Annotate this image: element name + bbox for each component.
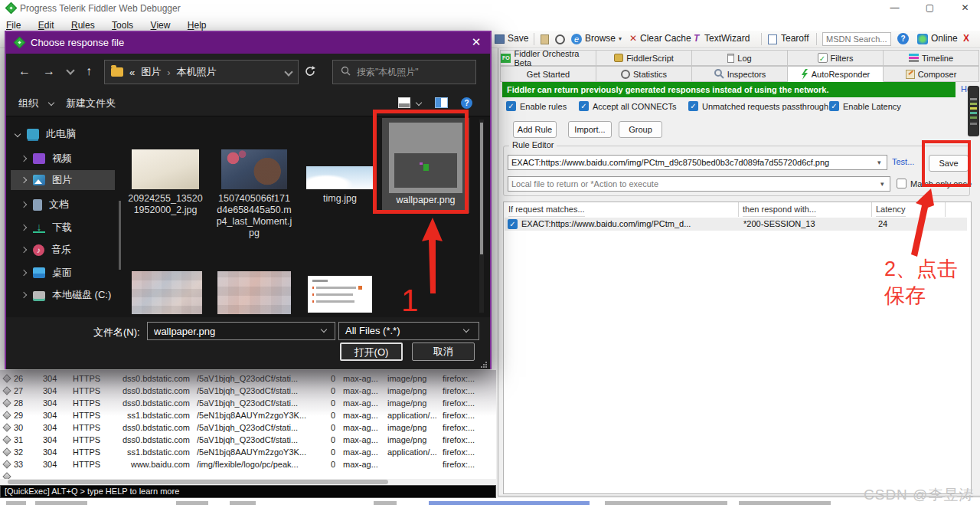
menu-rules[interactable]: Rules xyxy=(71,20,95,31)
rule-enabled-checkbox[interactable]: ✓ xyxy=(508,219,518,229)
tree-item-videos[interactable]: 视频 xyxy=(11,149,115,169)
toolbar-close-x[interactable]: X xyxy=(963,33,969,44)
chevron-down-icon[interactable] xyxy=(284,67,292,76)
quickexec-bar[interactable]: [QuickExec] ALT+Q > type HELP to learn m… xyxy=(0,485,496,498)
search-box[interactable]: 搜索"本机照片" xyxy=(332,60,476,84)
chevron-down-icon[interactable] xyxy=(48,100,54,106)
menu-tools[interactable]: Tools xyxy=(112,20,133,31)
paste-icon[interactable] xyxy=(541,34,549,44)
tree-item-pictures[interactable]: 图片 xyxy=(11,170,115,190)
chevron-right-icon[interactable] xyxy=(21,156,27,162)
organize-menu[interactable]: 组织 xyxy=(18,97,38,110)
col-latency[interactable]: Latency xyxy=(876,202,906,217)
tab-get-started[interactable]: Get Started xyxy=(500,66,596,82)
filetype-select[interactable]: All Files (*.*) xyxy=(338,322,479,340)
file-item-selected[interactable]: wallpaper.png xyxy=(382,118,469,213)
tab-inspectors[interactable]: Inspectors xyxy=(692,66,788,82)
cancel-button[interactable]: 取消 xyxy=(412,342,475,361)
chevron-right-icon[interactable] xyxy=(21,225,27,231)
match-only-once-checkbox[interactable]: Match only once xyxy=(897,179,972,188)
tree-item-documents[interactable]: 文档 xyxy=(11,195,115,215)
tree-item-local-disk-c[interactable]: 本地磁盘 (C:) xyxy=(11,285,115,305)
tree-item-music[interactable]: ♪ 音乐 xyxy=(11,240,115,260)
tree-item-desktop[interactable]: 桌面 xyxy=(11,263,115,283)
tab-timeline[interactable]: Timeline xyxy=(884,50,979,66)
chevron-right-icon[interactable] xyxy=(21,270,27,276)
rule-save-button[interactable]: Save xyxy=(929,155,969,172)
scrollbar-thumb[interactable] xyxy=(480,123,483,254)
toolbar-online[interactable]: Online xyxy=(931,33,958,44)
tab-statistics[interactable]: Statistics xyxy=(596,66,692,82)
session-row[interactable]: 31304HTTPSdss0.bdstatic.com/5aV1bjqh_Q23… xyxy=(0,434,496,447)
tree-scrollbar[interactable] xyxy=(119,201,121,270)
minimize-button[interactable]: — xyxy=(877,0,912,16)
maximize-button[interactable]: ▢ xyxy=(913,0,947,16)
browse-dropdown-icon[interactable]: ▾ xyxy=(619,35,622,42)
up-arrow-icon[interactable]: ↑ xyxy=(86,64,92,78)
back-arrow-icon[interactable]: ← xyxy=(18,64,31,78)
tab-fiddler-orchestra[interactable]: FO Fiddler Orchestra Beta xyxy=(500,50,596,66)
timer-icon[interactable] xyxy=(555,34,565,44)
tab-composer[interactable]: Composer xyxy=(884,66,979,82)
col-request-matches[interactable]: If request matches... xyxy=(508,202,585,217)
view-mode-icon[interactable] xyxy=(398,97,410,108)
view-dropdown-icon[interactable] xyxy=(416,100,422,106)
menu-view[interactable]: View xyxy=(151,20,171,31)
refresh-icon[interactable] xyxy=(303,64,317,81)
add-rule-button[interactable]: Add Rule xyxy=(513,121,557,138)
rule-match-combo[interactable] xyxy=(508,155,887,170)
chevron-right-icon[interactable] xyxy=(21,292,27,298)
toolbar-clear-cache[interactable]: Clear Cache xyxy=(640,33,691,44)
checkbox-enable-rules[interactable]: ✓ Enable rules xyxy=(506,101,567,111)
breadcrumb-current[interactable]: 本机照片 xyxy=(177,65,217,79)
import-button[interactable]: Import... xyxy=(568,121,612,138)
menu-file[interactable]: File xyxy=(6,20,21,31)
tab-filters[interactable]: ✓ Filters xyxy=(788,50,884,66)
test-link[interactable]: Test... xyxy=(892,157,914,166)
recent-locations-icon[interactable] xyxy=(66,66,74,74)
toolbar-tearoff[interactable]: Tearoff xyxy=(781,33,808,44)
toolbar-save[interactable]: Save xyxy=(508,33,528,44)
breadcrumb-root[interactable]: 图片 xyxy=(141,65,161,79)
close-button[interactable]: ✕ xyxy=(948,0,980,16)
dialog-close-button[interactable]: ✕ xyxy=(469,35,484,49)
chevron-right-icon[interactable] xyxy=(21,177,27,183)
group-button[interactable]: Group xyxy=(619,121,662,138)
toolbar-browse[interactable]: Browse xyxy=(585,33,616,44)
col-respond-with[interactable]: then respond with... xyxy=(743,202,816,217)
filename-input[interactable] xyxy=(147,322,335,340)
rule-action-combo[interactable] xyxy=(508,176,890,192)
chevron-down-icon[interactable] xyxy=(15,131,21,137)
document-thumbnail[interactable] xyxy=(308,276,372,313)
tree-item-downloads[interactable]: ↓ 下载 xyxy=(11,218,115,238)
chevron-right-icon[interactable] xyxy=(21,202,27,208)
forward-arrow-icon[interactable]: → xyxy=(43,64,55,78)
breadcrumb-back[interactable]: « xyxy=(129,67,135,78)
checkbox-accept-connects[interactable]: ✓ Accept all CONNECTs xyxy=(579,101,676,111)
menu-edit[interactable]: Edit xyxy=(38,20,54,31)
scrollbar-thumb[interactable] xyxy=(8,480,388,484)
rule-table-row[interactable]: ✓ EXACT:https://www.baidu.com/img/PCtm_d… xyxy=(505,218,967,231)
scrollbar-decoration[interactable] xyxy=(968,86,979,136)
tab-log[interactable]: Log xyxy=(692,50,788,66)
session-row[interactable]: 30304HTTPSdss0.bdstatic.com/5aV1bjqh_Q23… xyxy=(0,422,496,434)
checkbox-enable-latency[interactable]: ✓ Enable Latency xyxy=(829,101,901,111)
tree-item-this-pc[interactable]: 此电脑 xyxy=(11,124,115,144)
resize-grip[interactable] xyxy=(481,362,487,368)
breadcrumb[interactable]: « 图片 › 本机照片 xyxy=(104,60,299,84)
session-row[interactable]: 33304HTTPSwww.baidu.com/img/flexible/log… xyxy=(0,459,496,471)
tab-autoresponder[interactable]: AutoResponder xyxy=(788,66,884,82)
msdn-search-input[interactable] xyxy=(822,32,891,46)
help-icon[interactable]: ? xyxy=(897,33,909,44)
chevron-down-icon[interactable]: ▾ xyxy=(877,159,881,166)
blurred-image-thumbnail[interactable] xyxy=(217,271,291,314)
preview-pane-icon[interactable] xyxy=(435,97,448,108)
chevron-down-icon[interactable]: ▾ xyxy=(880,180,884,188)
horizontal-scrollbar[interactable] xyxy=(0,479,496,485)
session-row[interactable]: 32304HTTPSss1.bdstatic.com/5eN1bjq8AAUYm… xyxy=(0,447,496,459)
toolbar-textwizard[interactable]: TextWizard xyxy=(704,33,750,44)
new-folder-button[interactable]: 新建文件夹 xyxy=(66,97,116,110)
dialog-help-icon[interactable]: ? xyxy=(461,97,472,109)
checkbox-unmatched-passthrough[interactable]: ✓ Unmatched requests passthrough xyxy=(688,101,828,111)
open-button[interactable]: 打开(O) xyxy=(340,342,403,361)
